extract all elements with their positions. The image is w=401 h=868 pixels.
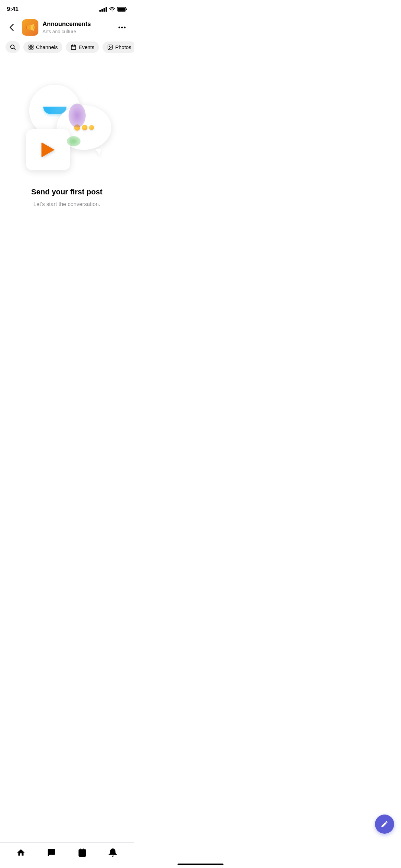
yellow-dot-2: [82, 125, 87, 130]
header: Announcements Arts and culture: [0, 16, 134, 40]
megaphone-icon: [25, 22, 35, 33]
channels-label: Channels: [36, 44, 58, 50]
wifi-icon: [109, 7, 115, 12]
events-label: Events: [78, 44, 94, 50]
filter-bar: Channels Events Photos: [0, 40, 134, 57]
battery-icon: [117, 7, 127, 12]
bubble-square: [26, 129, 70, 170]
photos-filter-button[interactable]: Photos: [102, 41, 134, 53]
status-bar: 9:41: [0, 0, 134, 16]
green-smear: [67, 136, 81, 146]
svg-rect-2: [118, 8, 125, 11]
svg-point-6: [33, 26, 35, 29]
channels-filter-button[interactable]: Channels: [23, 41, 62, 53]
svg-rect-13: [32, 45, 33, 47]
channel-avatar: [22, 19, 38, 36]
svg-rect-16: [72, 45, 76, 49]
events-icon: [71, 44, 76, 50]
yellow-dot-3: [89, 125, 94, 130]
svg-rect-12: [29, 45, 31, 47]
svg-point-9: [124, 27, 126, 28]
channel-name: Announcements: [42, 21, 112, 28]
empty-state-title: Send your first post: [31, 188, 102, 196]
status-icons: [99, 7, 127, 12]
svg-rect-4: [26, 26, 27, 29]
back-button[interactable]: [5, 21, 18, 34]
purple-smear: [69, 104, 86, 128]
svg-rect-14: [29, 47, 31, 49]
more-options-button[interactable]: [116, 21, 128, 34]
search-icon: [10, 44, 16, 50]
svg-point-8: [121, 27, 123, 28]
channel-subtitle: Arts and culture: [42, 29, 112, 34]
status-time: 9:41: [7, 6, 19, 13]
svg-rect-15: [32, 47, 33, 49]
svg-point-21: [109, 46, 110, 46]
svg-line-11: [14, 48, 15, 49]
empty-state-subtitle: Let's start the conversation.: [33, 201, 100, 208]
orange-triangle-shape: [41, 142, 54, 157]
main-content: Send your first post Let's start the con…: [0, 57, 134, 236]
svg-marker-3: [27, 24, 31, 31]
channels-icon: [28, 44, 34, 50]
channel-info: Announcements Arts and culture: [42, 21, 112, 34]
svg-point-7: [119, 27, 120, 28]
photos-label: Photos: [115, 44, 131, 50]
empty-state-illustration: [22, 85, 111, 174]
signal-icon: [99, 7, 107, 12]
search-button[interactable]: [5, 41, 20, 53]
svg-rect-1: [126, 9, 127, 10]
photos-icon: [107, 44, 113, 50]
events-filter-button[interactable]: Events: [66, 41, 99, 53]
